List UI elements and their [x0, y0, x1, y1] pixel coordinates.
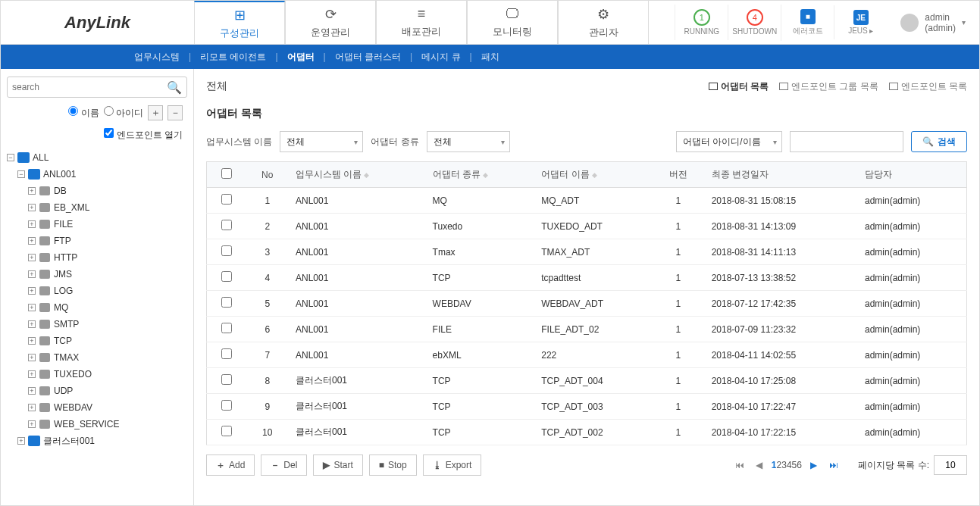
expand-icon[interactable]: + [28, 337, 36, 345]
page-1[interactable]: 1 [772, 460, 777, 470]
expand-icon[interactable]: + [28, 387, 36, 395]
col-header-3[interactable]: 어댑터 종류◆ [425, 162, 534, 188]
endpoint-open-checkbox[interactable]: 엔드포인트 열기 [104, 128, 183, 142]
page-first[interactable]: ⏮ [732, 458, 747, 473]
col-header-2[interactable]: 업무시스템 이름◆ [288, 162, 425, 188]
view-tab-0[interactable]: 어댑터 목록 [709, 80, 769, 93]
tree-node-FILE[interactable]: +FILE [7, 216, 187, 233]
subnav-어댑터 클러스터[interactable]: 어댑터 클러스터 [330, 51, 405, 64]
filter-sys-select[interactable]: 전체 [280, 131, 363, 152]
stop-button[interactable]: ■Stop [369, 454, 417, 476]
status-shutdown[interactable]: 4 SHUTDOWN [728, 5, 781, 40]
row-checkbox[interactable] [221, 194, 232, 205]
expand-icon[interactable]: + [28, 237, 36, 245]
tree-node-클러스터001[interactable]: +클러스터001 [7, 433, 187, 449]
per-page-input[interactable] [934, 455, 967, 475]
row-checkbox[interactable] [221, 374, 232, 385]
filter-id-select[interactable]: 어댑터 아이디/이름 [676, 131, 782, 152]
page-next[interactable]: ▶ [806, 458, 822, 473]
row-checkbox[interactable] [221, 297, 232, 308]
col-header-4[interactable]: 어댑터 이름◆ [534, 162, 653, 188]
radio-id[interactable]: 아이디 [104, 106, 143, 120]
tree-node-TUXEDO[interactable]: +TUXEDO [7, 366, 187, 383]
tree-node-SMTP[interactable]: +SMTP [7, 316, 187, 333]
tree-node-TCP[interactable]: +TCP [7, 333, 187, 349]
page-last[interactable]: ⏭ [826, 458, 841, 473]
main-tab-구성관리[interactable]: ⊞구성관리 [194, 1, 285, 44]
expand-icon[interactable]: + [28, 204, 36, 211]
table-row[interactable]: 5ANL001WEBDAVWEBDAV_ADT12018-07-12 17:42… [207, 291, 967, 317]
expand-icon[interactable]: + [28, 220, 36, 228]
export-button[interactable]: ⭳Export [423, 454, 482, 476]
table-row[interactable]: 6ANL001FILEFILE_ADT_0212018-07-09 11:23:… [207, 317, 967, 342]
subnav-메시지 큐[interactable]: 메시지 큐 [417, 51, 465, 64]
subnav-리모트 에이전트[interactable]: 리모트 에이전트 [196, 51, 271, 64]
table-row[interactable]: 3ANL001TmaxTMAX_ADT12018-08-31 14:11:13a… [207, 239, 967, 265]
tree-node-DB[interactable]: +DB [7, 183, 187, 199]
tree-node-MQ[interactable]: +MQ [7, 299, 187, 316]
page-6[interactable]: 6 [797, 460, 802, 470]
tree-node-TMAX[interactable]: +TMAX [7, 349, 187, 366]
collapse-button[interactable]: － [168, 105, 183, 120]
search-button[interactable]: 🔍검색 [911, 131, 967, 152]
page-3[interactable]: 3 [781, 460, 787, 470]
table-row[interactable]: 9클러스터001TCPTCP_ADT_00312018-04-10 17:22:… [207, 394, 967, 420]
col-header-6[interactable]: 최종 변경일자 [704, 162, 857, 188]
main-tab-배포관리[interactable]: ≡배포관리 [376, 1, 467, 44]
expand-icon[interactable]: + [17, 437, 25, 445]
status-jeus[interactable]: JE JEUS ▸ [834, 5, 887, 39]
status-errorcode[interactable]: ■ 에러코드 [781, 5, 834, 41]
main-tab-모니터링[interactable]: 🖵모니터링 [467, 1, 558, 44]
expand-icon[interactable]: + [28, 304, 36, 311]
expand-icon[interactable]: + [28, 254, 36, 261]
table-row[interactable]: 1ANL001MQMQ_ADT12018-08-31 15:08:15admin… [207, 188, 967, 214]
user-menu[interactable]: admin (admin) ▾ [887, 1, 979, 44]
tree-node-EB_XML[interactable]: +EB_XML [7, 199, 187, 216]
row-checkbox[interactable] [221, 271, 232, 282]
row-checkbox[interactable] [221, 426, 232, 436]
col-header-5[interactable]: 버전 [653, 162, 704, 188]
row-checkbox[interactable] [221, 323, 232, 333]
table-row[interactable]: 8클러스터001TCPTCP_ADT_00412018-04-10 17:25:… [207, 368, 967, 394]
expand-icon[interactable]: + [28, 370, 36, 378]
expand-icon[interactable]: + [28, 270, 36, 278]
del-button[interactable]: －Del [261, 454, 307, 476]
filter-type-select[interactable]: 전체 [427, 131, 510, 152]
table-row[interactable]: 10클러스터001TCPTCP_ADT_00212018-04-10 17:22… [207, 420, 967, 445]
expand-icon[interactable]: + [28, 420, 36, 428]
expand-icon[interactable]: − [17, 170, 25, 178]
expand-icon[interactable]: + [28, 320, 36, 328]
page-4[interactable]: 4 [787, 460, 792, 470]
row-checkbox[interactable] [221, 348, 232, 359]
subnav-업무시스템[interactable]: 업무시스템 [130, 51, 184, 64]
table-row[interactable]: 7ANL001ebXML22212018-04-11 14:02:55admin… [207, 342, 967, 368]
table-row[interactable]: 2ANL001TuxedoTUXEDO_ADT12018-08-31 14:13… [207, 214, 967, 239]
main-tab-관리자[interactable]: ⚙관리자 [558, 1, 649, 44]
search-input[interactable] [12, 82, 167, 92]
view-tab-1[interactable]: 엔드포인트 그룹 목록 [779, 80, 878, 93]
tree-node-HTTP[interactable]: +HTTP [7, 249, 187, 266]
row-checkbox[interactable] [221, 220, 232, 230]
start-button[interactable]: ▶Start [313, 454, 362, 476]
expand-icon[interactable]: + [28, 354, 36, 361]
tree-node-FTP[interactable]: +FTP [7, 233, 187, 249]
tree-node-JMS[interactable]: +JMS [7, 266, 187, 283]
status-running[interactable]: 1 RUNNING [675, 5, 728, 40]
expand-icon[interactable]: + [28, 187, 36, 195]
tree-node-ANL001[interactable]: −ANL001 [7, 166, 187, 183]
sidebar-search[interactable]: 🔍 [7, 77, 187, 98]
main-tab-운영관리[interactable]: ⟳운영관리 [285, 1, 376, 44]
add-button[interactable]: ＋Add [206, 454, 255, 476]
row-checkbox[interactable] [221, 245, 232, 256]
radio-name[interactable]: 이름 [68, 106, 99, 120]
table-row[interactable]: 4ANL001TCPtcpadttest12018-07-13 13:38:52… [207, 265, 967, 291]
tree-node-WEB_SERVICE[interactable]: +WEB_SERVICE [7, 416, 187, 433]
expand-icon[interactable]: + [28, 287, 36, 295]
tree-node-UDP[interactable]: +UDP [7, 383, 187, 399]
select-all-checkbox[interactable] [221, 168, 232, 179]
subnav-패치[interactable]: 패치 [477, 51, 504, 64]
search-icon[interactable]: 🔍 [167, 80, 182, 95]
tree-node-WEBDAV[interactable]: +WEBDAV [7, 399, 187, 416]
page-prev[interactable]: ◀ [752, 458, 767, 473]
view-tab-2[interactable]: 엔드포인트 목록 [889, 80, 967, 93]
